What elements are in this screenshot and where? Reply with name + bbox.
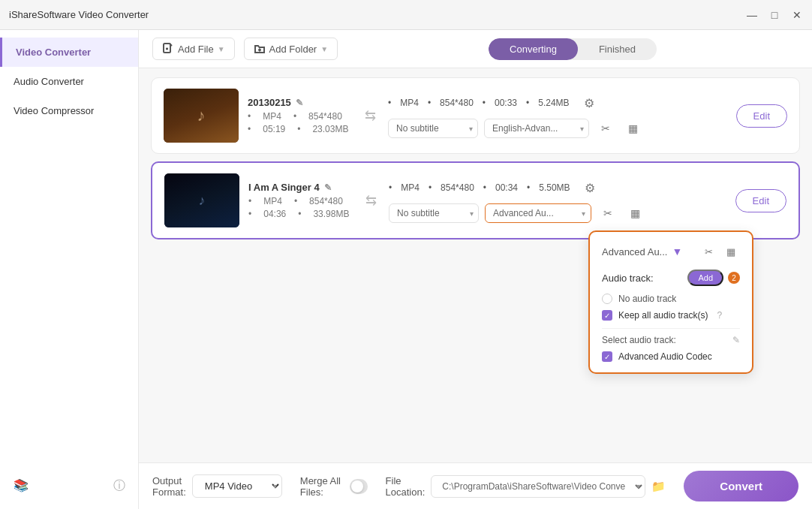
shuffle-button-1[interactable]: ⇆ [362,104,379,127]
add-file-icon [162,43,174,55]
edit-button-2[interactable]: Edit [735,189,786,212]
sidebar-help-icon[interactable]: ⓘ [113,478,125,494]
select-track-edit-icon[interactable]: ✎ [732,335,740,345]
file-path-select[interactable]: C:\ProgramData\iShareSoftware\Video Conv… [431,475,645,498]
codec-row[interactable]: ✓ Advanced Audio Codec [602,351,740,362]
no-audio-radio[interactable] [602,294,612,304]
add-folder-icon [254,43,266,55]
sidebar-item-audio-converter[interactable]: Audio Converter [0,67,138,96]
audio-dropdown-panel: Advanced Au... ▼ ✂ ▦ Audio track: Add 2 [588,230,753,374]
audio-select-wrapper-2: Advanced Au... [485,203,591,223]
app-title: iShareSoftware Video Converter [9,9,149,20]
bottom-bar: Output Format: MP4 Video Merge All Files… [139,462,812,509]
file-rename-icon-2[interactable]: ✎ [324,182,332,193]
close-button[interactable]: ✕ [791,9,803,21]
subtitle-row-2: No subtitle Advanced Au... ✂ ▦ [389,203,726,224]
no-audio-label: No audio track [618,294,676,304]
audio-track-row: Audio track: Add 2 [602,270,740,286]
file-location-label: File Location: [386,475,426,498]
cut-button-2[interactable]: ✂ [597,203,618,224]
titlebar: iShareSoftware Video Converter ― □ ✕ [0,0,812,30]
tab-finished[interactable]: Finished [578,38,657,60]
browse-folder-icon[interactable]: 📁 [651,480,666,493]
file-item-1: ♪ 20130215 ✎ • MP4 • 854*480 [151,77,800,154]
file-list: ♪ 20130215 ✎ • MP4 • 854*480 [139,68,812,462]
sidebar: Video Converter Audio Converter Video Co… [0,30,139,509]
file-info-1: 20130215 ✎ • MP4 • 854*480 • 05:19 [248,97,353,134]
subtitle-select-2[interactable]: No subtitle [389,203,479,223]
dropdown-arrow-icon[interactable]: ▼ [672,245,682,258]
file-item-2: ♪ I Am A Singer 4 ✎ • MP4 • 854*480 [151,161,800,239]
divider [602,328,740,329]
toggle-knob [351,480,363,492]
merge-label: Merge All Files: [300,475,344,498]
audio-track-label: Audio track: [602,273,654,284]
codec-checkbox[interactable]: ✓ [602,351,612,362]
file-name-1: 20130215 ✎ [248,97,353,108]
file-info-2: I Am A Singer 4 ✎ • MP4 • 854*480 • 04:3… [248,182,353,219]
audio-count-badge: 2 [728,272,740,284]
add-file-button[interactable]: Add File ▼ [152,38,235,60]
path-select-wrapper: C:\ProgramData\iShareSoftware\Video Conv… [431,475,645,498]
file-thumbnail-1: ♪ [164,89,239,143]
settings-button-2[interactable]: ⚙ [579,177,600,198]
minimize-button[interactable]: ― [746,9,758,21]
keep-all-checkbox[interactable]: ✓ [602,310,612,321]
audio-select-1[interactable]: English-Advan... [484,119,589,138]
output-format-label: Output Format: [152,475,186,498]
window-controls: ― □ ✕ [746,9,803,21]
output-meta-2: • MP4 • 854*480 • 00:34 • 5.50MB ⚙ [389,177,726,198]
codec-label: Advanced Audio Codec [618,351,712,362]
keep-all-help-icon[interactable]: ? [717,310,722,321]
subtitle-select-wrapper-1: No subtitle [388,119,478,138]
sidebar-bottom: 📚 ⓘ [0,478,139,494]
panel-crop-icon[interactable]: ▦ [722,242,740,261]
tab-converting[interactable]: Converting [489,38,578,60]
select-track-row: Select audio track: ✎ [602,335,740,345]
content-area: Add File ▼ Add Folder ▼ Converting Finis… [139,30,812,509]
merge-toggle[interactable] [350,479,368,494]
file-location-field: File Location: C:\ProgramData\iShareSoft… [386,475,666,498]
no-audio-track-row[interactable]: No audio track [602,294,740,304]
subtitle-row-1: No subtitle English-Advan... ✂ ▦ [388,118,727,139]
add-folder-button[interactable]: Add Folder ▼ [244,38,338,60]
tab-group: Converting Finished [489,38,657,60]
toolbar: Add File ▼ Add Folder ▼ Converting Finis… [139,30,812,68]
folder-input-wrapper: C:\ProgramData\iShareSoftware\Video Conv… [431,475,666,498]
main-layout: Video Converter Audio Converter Video Co… [0,30,812,509]
dropdown-header-row: Advanced Au... ▼ ✂ ▦ [602,242,740,261]
keep-all-tracks-row[interactable]: ✓ Keep all audio track(s) ? [602,310,740,321]
crop-button-2[interactable]: ▦ [624,203,645,224]
sidebar-book-icon[interactable]: 📚 [14,478,29,494]
keep-all-label: Keep all audio track(s) [618,310,708,321]
merge-field: Merge All Files: [300,475,368,498]
output-format-select-wrapper: MP4 Video [192,474,282,498]
output-format-select[interactable]: MP4 Video [192,474,282,498]
file-thumbnail-2: ♪ [164,173,239,227]
crop-button-1[interactable]: ▦ [622,118,643,139]
output-format-field: Output Format: MP4 Video [152,474,282,498]
audio-select-2[interactable]: Advanced Au... [486,204,591,222]
dropdown-title: Advanced Au... [602,246,667,258]
select-track-label: Select audio track: [602,335,676,345]
subtitle-select-wrapper-2: No subtitle [389,203,479,223]
audio-select-wrapper-1: English-Advan... [484,119,589,138]
settings-button-1[interactable]: ⚙ [579,92,600,113]
output-info-2: • MP4 • 854*480 • 00:34 • 5.50MB ⚙ No [389,177,726,224]
file-rename-icon-1[interactable]: ✎ [296,98,303,108]
subtitle-select-1[interactable]: No subtitle [388,119,478,138]
file-meta-1: • MP4 • 854*480 • 05:19 • 23.03MB [248,111,353,134]
maximize-button[interactable]: □ [768,9,780,21]
shuffle-button-2[interactable]: ⇆ [362,189,380,212]
output-info-1: • MP4 • 854*480 • 00:33 • 5.24MB ⚙ No [388,92,727,139]
panel-cut-icon[interactable]: ✂ [699,242,717,261]
edit-button-1[interactable]: Edit [736,104,787,128]
output-meta-1: • MP4 • 854*480 • 00:33 • 5.24MB ⚙ [388,92,727,113]
file-name-2: I Am A Singer 4 ✎ [248,182,353,193]
cut-button-1[interactable]: ✂ [595,118,616,139]
sidebar-item-video-converter[interactable]: Video Converter [0,38,138,67]
add-audio-button[interactable]: Add [687,270,723,286]
file-meta-2: • MP4 • 854*480 • 04:36 • 33.98MB [248,196,353,219]
sidebar-item-video-compressor[interactable]: Video Compressor [0,96,138,125]
convert-button[interactable]: Convert [684,471,798,501]
